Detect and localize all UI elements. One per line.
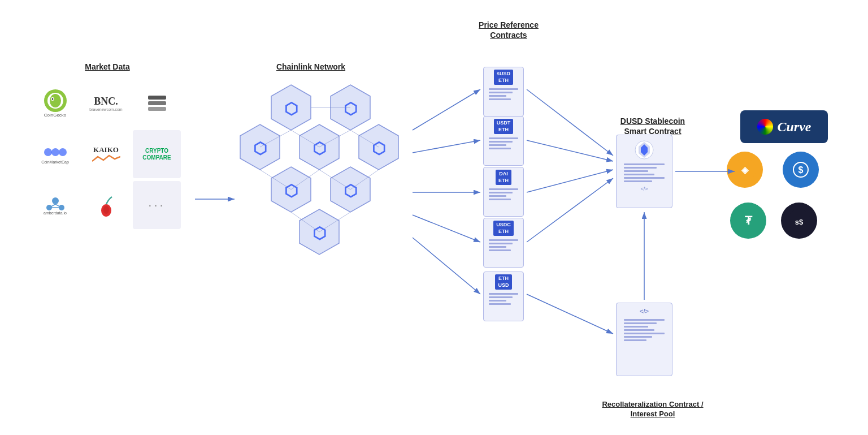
diagram-container: Market Data Chainlink Network Price Refe… (0, 0, 868, 435)
cryptocompare-logo: CRYPTOCOMPARE (133, 130, 181, 178)
curve-rainbow-icon (757, 119, 773, 135)
svg-marker-19 (226, 79, 266, 124)
price-reference-title: Price ReferenceContracts (463, 20, 554, 40)
svg-point-8 (44, 148, 52, 156)
more-logo: ··· (133, 181, 181, 229)
kaiko-logo: KAIKO (82, 130, 130, 178)
recollateralization-title: Recollateralization Contract /Interest P… (593, 400, 712, 419)
chili-logo (82, 181, 130, 229)
svg-text:◈: ◈ (741, 165, 749, 175)
eth-usd-badge: ETHUSD (495, 274, 511, 290)
svg-line-55 (527, 140, 613, 161)
svg-rect-5 (148, 107, 166, 111)
svg-point-9 (51, 148, 59, 156)
svg-point-4 (51, 98, 53, 100)
svg-text:⬡: ⬡ (344, 182, 357, 200)
svg-text:⬡: ⬡ (253, 140, 267, 157)
svg-line-57 (527, 178, 613, 242)
svg-text:⬡: ⬡ (372, 140, 385, 157)
eth-usd-contract: ETHUSD (483, 272, 524, 321)
svg-rect-7 (148, 96, 166, 100)
amberdata-logo: amberdata.io (31, 181, 79, 229)
susd-eth-contract: sUSDETH (483, 67, 524, 117)
dusd-contract-main: </> (616, 135, 672, 208)
svg-point-11 (52, 197, 59, 204)
svg-line-54 (527, 89, 613, 156)
susd-token: s$ sUSD (790, 203, 808, 212)
curve-logo: Curve (740, 110, 828, 143)
usdc-token: $ USDC (791, 152, 810, 161)
stack-logo (133, 79, 181, 127)
svg-text:⬡: ⬡ (284, 182, 298, 200)
svg-line-56 (527, 170, 613, 192)
usdt-token: ₮ USDT (739, 203, 758, 212)
svg-text:⬡: ⬡ (313, 225, 326, 242)
svg-text:⬡: ⬡ (313, 140, 326, 157)
usdc-badge: USDCETH (493, 221, 514, 236)
usdc-eth-contract: USDCETH (483, 218, 524, 268)
market-data-title: Market Data (34, 62, 181, 71)
svg-text:₮: ₮ (745, 214, 753, 227)
recoll-contract: </> (616, 303, 672, 376)
dai-badge: DAIETH (496, 170, 511, 185)
svg-point-2 (50, 94, 61, 107)
svg-point-18 (103, 206, 109, 214)
svg-point-10 (59, 148, 67, 156)
bnc-logo: BNC. bravenewcoin.com (82, 79, 130, 127)
svg-text:s$: s$ (795, 218, 804, 226)
logo-grid: CoinGecko BNC. bravenewcoin.com CoinMark… (31, 79, 181, 229)
curve-label: Curve (778, 119, 811, 135)
usdt-eth-contract: USDTETH (483, 116, 524, 166)
dai-eth-contract: DAIETH (483, 167, 524, 217)
chainlink-network-svg: ⬡ ⬡ ⬡ ⬡ ⬡ ⬡ ⬡ ⬡ (226, 79, 407, 305)
chainlink-title: Chainlink Network (254, 62, 367, 71)
svg-text:$: $ (798, 165, 804, 175)
susd-badge: sUSDETH (494, 70, 513, 85)
dusd-title: DUSD StablecoinSmart Contract (602, 116, 704, 136)
svg-rect-6 (148, 101, 166, 105)
coinmarketcap-logo: CoinMarketCap (31, 130, 79, 178)
coingecko-logo: CoinGecko (31, 79, 79, 127)
svg-text:⬡: ⬡ (284, 100, 298, 118)
svg-text:⬡: ⬡ (344, 100, 357, 118)
dai-token: ◈ DAI (739, 152, 751, 161)
usdt-badge: USDTETH (494, 119, 514, 134)
